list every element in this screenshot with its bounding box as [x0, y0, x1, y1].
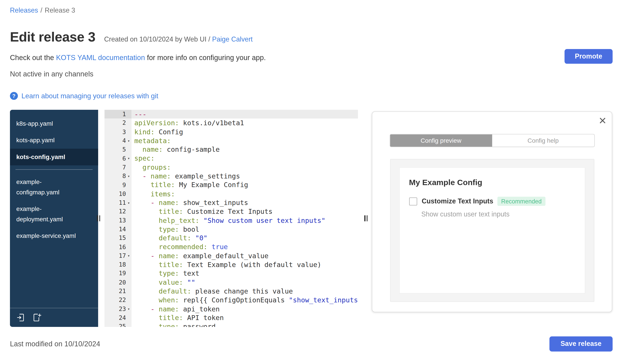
file-name: kots-app.yaml — [16, 135, 55, 145]
code-line: 24 title: API token — [105, 313, 358, 322]
code-text: title: My Example Config — [132, 181, 358, 189]
save-release-button[interactable]: Save release — [549, 336, 613, 351]
code-text: - name: example_settings — [132, 172, 358, 181]
line-number: 4▾ — [105, 136, 132, 145]
file-item-example-configmap[interactable]: example-configmap.yaml — [10, 174, 98, 201]
fold-arrow-icon[interactable]: ▾ — [126, 254, 132, 258]
code-line: 18 title: Text Example (with default val… — [105, 260, 358, 269]
code-text: recommended: true — [132, 243, 358, 251]
code-line: 14 type: bool — [105, 225, 358, 234]
fold-arrow-icon[interactable]: ▾ — [126, 201, 132, 205]
add-file-icon[interactable] — [32, 313, 42, 322]
file-item-kots-config[interactable]: kots-config.yaml — [10, 149, 98, 165]
line-number: 22 — [105, 296, 132, 304]
code-line: 7 groups: — [105, 163, 358, 172]
upload-file-icon[interactable] — [16, 313, 25, 322]
fold-arrow-icon[interactable]: ▾ — [126, 156, 132, 161]
breadcrumb-separator: / — [41, 7, 43, 14]
file-item-k8s-app[interactable]: k8s-app.yaml — [10, 115, 98, 132]
fold-arrow-icon[interactable]: ▾ — [126, 174, 132, 179]
line-number: 6▾ — [105, 154, 132, 163]
preview-body: My Example Config Customize Text Inputs … — [390, 159, 594, 302]
git-help-row: ? Learn about managing your releases wit… — [10, 91, 613, 100]
file-name: example-deployment.yaml — [16, 204, 83, 224]
code-line: 12 title: Customize Text Inputs — [105, 207, 358, 216]
code-line: 8▾ - name: example_settings — [105, 172, 358, 181]
page-title: Edit release 3 — [10, 29, 95, 44]
code-line: 25 type: password — [105, 322, 358, 327]
code-line: 13 help_text: "Show custom user text inp… — [105, 216, 358, 225]
docs-prefix: Check out the — [10, 54, 56, 62]
question-mark-icon[interactable]: ? — [10, 92, 18, 100]
editor-splitter-handle-right[interactable] — [363, 214, 369, 223]
code-text: - name: show_text_inputs — [132, 198, 358, 207]
line-number: 25 — [105, 322, 132, 327]
line-number: 3 — [105, 127, 132, 136]
code-text: when: repl{{ ConfigOptionEquals "show_te… — [132, 296, 358, 304]
code-line: 4▾metadata: — [105, 136, 358, 145]
footer-row: Last modified on 10/10/2024 Save release — [10, 336, 613, 351]
code-text: - name: api_token — [132, 304, 358, 313]
code-text: title: Text Example (with default value) — [132, 260, 358, 269]
edit-release-page: Releases/Release 3 Edit release 3 Create… — [0, 6, 623, 364]
line-number: 12 — [105, 207, 132, 216]
yaml-code-editor[interactable]: 1---2apiVersion: kots.io/v1beta13kind: C… — [105, 110, 358, 327]
kots-yaml-docs-link[interactable]: KOTS YAML documentation — [56, 54, 145, 62]
promote-button[interactable]: Promote — [565, 49, 613, 64]
code-text: type: bool — [132, 225, 358, 234]
line-number: 7 — [105, 163, 132, 172]
breadcrumb-releases-link[interactable]: Releases — [10, 7, 38, 14]
code-text: title: Customize Text Inputs — [132, 207, 358, 216]
fold-arrow-icon[interactable]: ▾ — [126, 307, 132, 311]
line-number: 16 — [105, 243, 132, 251]
code-text: groups: — [132, 163, 358, 172]
recommended-badge: Recommended — [497, 197, 546, 206]
tab-config-help[interactable]: Config help — [492, 134, 594, 147]
file-item-example-service[interactable]: example-service.yaml — [10, 228, 98, 244]
title-row: Edit release 3 Created on 10/10/2024 by … — [10, 29, 613, 44]
code-line: 20 value: "" — [105, 278, 358, 287]
code-line: 22 when: repl{{ ConfigOptionEquals "show… — [105, 296, 358, 304]
config-group-title: My Example Config — [409, 178, 575, 187]
file-name: kots-config.yaml — [16, 152, 65, 162]
file-name: k8s-app.yaml — [16, 119, 53, 129]
git-releases-link[interactable]: Learn about managing your releases with … — [22, 92, 158, 100]
line-number: 20 — [105, 278, 132, 287]
close-icon[interactable]: × — [599, 113, 606, 129]
file-item-example-deployment[interactable]: example-deployment.yaml — [10, 201, 98, 228]
sidebar-footer — [10, 308, 98, 327]
created-text: Created on 10/10/2024 by Web UI / — [104, 36, 212, 43]
editor-splitter-handle-left[interactable] — [95, 214, 102, 223]
config-preview-panel: × Config preview Config help My Example … — [372, 111, 612, 312]
code-line: 6▾spec: — [105, 154, 358, 163]
config-card: My Example Config Customize Text Inputs … — [399, 167, 585, 294]
code-line: 11▾ - name: show_text_inputs — [105, 198, 358, 207]
line-number: 18 — [105, 260, 132, 269]
code-text: items: — [132, 189, 358, 198]
line-number: 19 — [105, 269, 132, 278]
author-link[interactable]: Paige Calvert — [212, 36, 252, 43]
splitter-bar — [364, 215, 365, 221]
line-number: 9 — [105, 181, 132, 189]
splitter-bar — [97, 215, 98, 221]
fold-arrow-icon[interactable]: ▾ — [126, 139, 132, 143]
line-number: 5 — [105, 145, 132, 154]
file-name: example-configmap.yaml — [16, 177, 83, 198]
code-text: value: "" — [132, 278, 358, 287]
code-text: type: text — [132, 269, 358, 278]
code-text: help_text: "Show custom user text inputs… — [132, 216, 358, 225]
created-info: Created on 10/10/2024 by Web UI / Paige … — [104, 36, 253, 43]
code-line: 21 default: please change this value — [105, 287, 358, 296]
code-line: 17▾ - name: example_default_value — [105, 251, 358, 260]
file-sidebar: k8s-app.yaml kots-app.yaml kots-config.y… — [10, 110, 98, 327]
customize-text-inputs-checkbox[interactable] — [409, 197, 417, 205]
code-text: default: please change this value — [132, 287, 358, 296]
tab-config-preview[interactable]: Config preview — [390, 134, 492, 147]
code-line: 5 name: config-sample — [105, 145, 358, 154]
docs-row: Check out the KOTS YAML documentation fo… — [10, 53, 613, 64]
line-number: 24 — [105, 313, 132, 322]
code-text: - name: example_default_value — [132, 251, 358, 260]
docs-text: Check out the KOTS YAML documentation fo… — [10, 53, 266, 62]
file-item-kots-app[interactable]: kots-app.yaml — [10, 132, 98, 149]
config-item-help-text: Show custom user text inputs — [421, 210, 575, 219]
